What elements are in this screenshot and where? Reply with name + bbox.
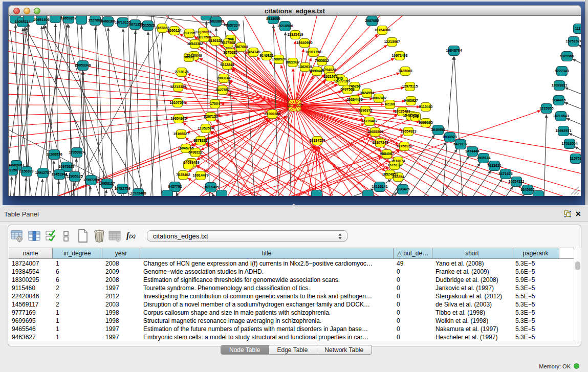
svg-text:1615132: 1615132 xyxy=(387,163,401,167)
svg-text:9463627: 9463627 xyxy=(404,99,418,102)
svg-text:23226053: 23226053 xyxy=(195,30,211,34)
svg-text:10654112: 10654112 xyxy=(509,180,525,183)
svg-text:8938923: 8938923 xyxy=(443,135,456,139)
svg-text:3822037: 3822037 xyxy=(286,60,299,64)
svg-text:11325419: 11325419 xyxy=(288,33,303,36)
svg-text:18640910: 18640910 xyxy=(296,41,312,45)
svg-text:15692971: 15692971 xyxy=(555,129,571,133)
svg-text:3824554: 3824554 xyxy=(360,91,374,95)
svg-text:25300285: 25300285 xyxy=(264,112,280,116)
svg-text:891295: 891295 xyxy=(183,31,195,35)
svg-text:18807249: 18807249 xyxy=(372,141,388,144)
svg-text:17016504: 17016504 xyxy=(561,142,577,145)
svg-text:14055714: 14055714 xyxy=(14,20,30,24)
svg-text:12093822: 12093822 xyxy=(551,83,567,87)
svg-text:19218506: 19218506 xyxy=(277,24,293,28)
svg-text:8813054: 8813054 xyxy=(266,17,280,20)
svg-text:14136141: 14136141 xyxy=(372,185,387,188)
svg-text:1612074: 1612074 xyxy=(391,159,405,163)
svg-text:10653267: 10653267 xyxy=(60,16,76,20)
svg-text:9227343: 9227343 xyxy=(555,69,569,73)
svg-text:20364436: 20364436 xyxy=(346,98,362,101)
svg-text:1588520: 1588520 xyxy=(272,57,286,61)
svg-text:20053346: 20053346 xyxy=(75,63,91,67)
svg-text:9527505: 9527505 xyxy=(221,41,235,45)
svg-text:7485063: 7485063 xyxy=(398,69,412,73)
svg-text:546: 546 xyxy=(228,37,234,41)
svg-text:10025463: 10025463 xyxy=(394,110,410,113)
svg-text:19384554: 19384554 xyxy=(309,139,325,142)
svg-text:19166827: 19166827 xyxy=(173,132,189,136)
svg-text:1362615: 1362615 xyxy=(298,65,312,69)
svg-text:1640954: 1640954 xyxy=(431,128,445,132)
svg-text:9115460: 9115460 xyxy=(419,105,433,108)
svg-text:1156829: 1156829 xyxy=(20,169,34,173)
svg-text:8454749: 8454749 xyxy=(246,50,260,54)
svg-text:12213389: 12213389 xyxy=(170,85,186,89)
svg-text:6466160: 6466160 xyxy=(101,19,115,23)
svg-text:7632621: 7632621 xyxy=(487,164,501,167)
svg-text:546: 546 xyxy=(412,115,419,118)
svg-text:12975115: 12975115 xyxy=(402,84,418,88)
svg-text:17359924: 17359924 xyxy=(69,150,84,154)
svg-text:12213967: 12213967 xyxy=(384,40,400,43)
svg-text:8660124: 8660124 xyxy=(167,29,181,32)
svg-text:3675685: 3675685 xyxy=(223,51,237,54)
svg-text:6794028: 6794028 xyxy=(322,68,336,72)
svg-text:12923468: 12923468 xyxy=(130,191,146,195)
svg-text:6479197: 6479197 xyxy=(453,142,467,146)
svg-text:9146821: 9146821 xyxy=(259,54,273,57)
svg-text:7625402: 7625402 xyxy=(176,173,190,177)
svg-text:19756928: 19756928 xyxy=(396,144,412,148)
svg-text:10688809: 10688809 xyxy=(367,130,383,134)
svg-text:9777169: 9777169 xyxy=(336,79,350,83)
svg-text:1527602: 1527602 xyxy=(88,18,102,22)
svg-text:15720407: 15720407 xyxy=(361,119,377,123)
svg-text:16648784: 16648784 xyxy=(446,49,462,52)
svg-text:98901: 98901 xyxy=(184,55,194,59)
svg-text:1733426: 1733426 xyxy=(396,187,409,191)
svg-text:252254: 252254 xyxy=(392,175,404,179)
svg-text:62160: 62160 xyxy=(385,102,395,106)
svg-text:16046765: 16046765 xyxy=(178,146,193,150)
svg-text:19654923: 19654923 xyxy=(400,129,416,133)
svg-text:10543382: 10543382 xyxy=(187,42,203,46)
svg-text:16210643: 16210643 xyxy=(553,114,569,118)
svg-text:16961758: 16961758 xyxy=(305,50,321,54)
svg-text:1117: 1117 xyxy=(575,27,581,30)
svg-text:16033809: 16033809 xyxy=(208,19,224,23)
svg-text:7357224: 7357224 xyxy=(226,24,239,27)
svg-text:9699695: 9699695 xyxy=(419,121,432,124)
svg-text:9827500: 9827500 xyxy=(197,35,211,39)
svg-text:6497568: 6497568 xyxy=(340,87,354,91)
svg-text:10973493: 10973493 xyxy=(391,54,407,57)
svg-text:12942757: 12942757 xyxy=(35,171,51,174)
svg-text:20206576: 20206576 xyxy=(46,152,62,156)
svg-text:8186328: 8186328 xyxy=(208,39,222,42)
svg-text:2718176: 2718176 xyxy=(175,70,188,74)
svg-text:11451944: 11451944 xyxy=(52,172,68,176)
svg-text:39159: 39159 xyxy=(9,168,17,172)
svg-text:2935114: 2935114 xyxy=(477,156,491,160)
svg-text:2087682: 2087682 xyxy=(365,19,379,23)
svg-text:17957255: 17957255 xyxy=(83,178,99,182)
svg-text:9457791: 9457791 xyxy=(168,185,182,188)
svg-text:7955812: 7955812 xyxy=(315,59,329,62)
svg-text:2803144: 2803144 xyxy=(216,76,230,80)
svg-text:9884067: 9884067 xyxy=(380,152,394,156)
svg-text:9474444: 9474444 xyxy=(465,149,479,153)
svg-text:2867608: 2867608 xyxy=(234,45,248,49)
svg-text:10958117: 10958117 xyxy=(99,182,115,185)
svg-text:8267150: 8267150 xyxy=(204,115,217,118)
svg-text:16914479: 16914479 xyxy=(192,173,208,177)
svg-text:14099489: 14099489 xyxy=(183,161,199,164)
svg-text:7515526: 7515526 xyxy=(141,24,155,27)
svg-text:9329966: 9329966 xyxy=(560,54,574,58)
svg-text:1621072: 1621072 xyxy=(323,75,337,78)
svg-text:3215955: 3215955 xyxy=(539,106,553,110)
svg-text:7386372: 7386372 xyxy=(358,108,372,112)
svg-text:12905135: 12905135 xyxy=(67,174,82,178)
svg-text:1244415: 1244415 xyxy=(552,98,565,102)
svg-text:20691406: 20691406 xyxy=(33,18,49,21)
svg-text:10154808: 10154808 xyxy=(374,28,390,32)
